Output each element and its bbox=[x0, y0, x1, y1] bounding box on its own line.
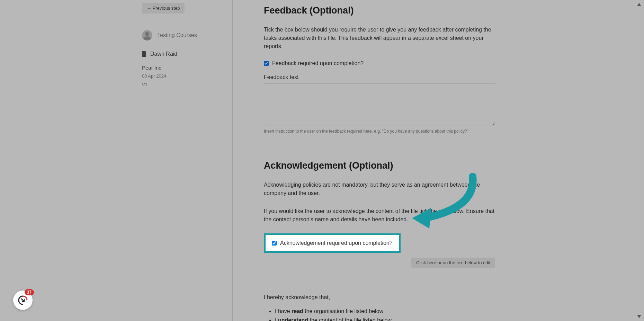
document-icon bbox=[142, 51, 147, 57]
scroll-up-icon[interactable] bbox=[637, 1, 642, 8]
avatar bbox=[142, 30, 152, 41]
acknowledgement-checkbox-label[interactable]: Acknowledgement required upon completion… bbox=[280, 240, 393, 246]
acknowledgement-required-checkbox[interactable] bbox=[272, 241, 277, 246]
ack-intro: I hereby acknowledge that, bbox=[264, 294, 495, 301]
section-divider-2 bbox=[264, 281, 495, 281]
feedback-required-checkbox[interactable] bbox=[264, 61, 269, 66]
acknowledgement-highlight-box: Acknowledgement required upon completion… bbox=[264, 233, 401, 253]
acknowledgement-text-block[interactable]: I hereby acknowledge that, I have read t… bbox=[264, 294, 495, 321]
feedback-checkbox-label[interactable]: Feedback required upon completion? bbox=[272, 60, 364, 66]
previous-step-button[interactable]: ← Previous step bbox=[142, 3, 185, 14]
edit-acknowledgement-button[interactable]: Click here or on the text below to edit bbox=[411, 258, 495, 268]
widget-logo-icon bbox=[17, 295, 28, 306]
feedback-hint: Insert instruction to the user on the fe… bbox=[264, 129, 495, 134]
acknowledgement-description-1: Acknowledging policies are not mandatory… bbox=[264, 181, 495, 197]
widget-badge-count: 37 bbox=[25, 289, 34, 295]
feedback-section-title: Feedback (Optional) bbox=[264, 5, 495, 16]
feedback-text-label: Feedback text bbox=[264, 74, 495, 80]
acknowledgement-description-2: If you would like the user to acknowledg… bbox=[264, 207, 495, 224]
help-widget[interactable]: 37 bbox=[13, 291, 33, 310]
feedback-description: Tick the box below should you require th… bbox=[264, 26, 495, 51]
company-name: Pear Inc. bbox=[142, 65, 222, 71]
acknowledgement-section-title: Acknowledgement (Optional) bbox=[264, 160, 495, 171]
section-divider bbox=[264, 147, 495, 147]
ack-list-item-1: I have read the organisation file listed… bbox=[275, 307, 495, 316]
document-date: 08 Apr 2024 bbox=[142, 73, 222, 79]
scroll-down-icon[interactable] bbox=[637, 313, 642, 320]
document-title: Dawn Raid bbox=[150, 51, 177, 57]
course-name: Testing Courses bbox=[157, 32, 197, 38]
document-version: V1 bbox=[142, 82, 222, 87]
feedback-textarea[interactable] bbox=[264, 83, 495, 125]
ack-list-item-2: I understand the content of the file lis… bbox=[275, 316, 495, 321]
